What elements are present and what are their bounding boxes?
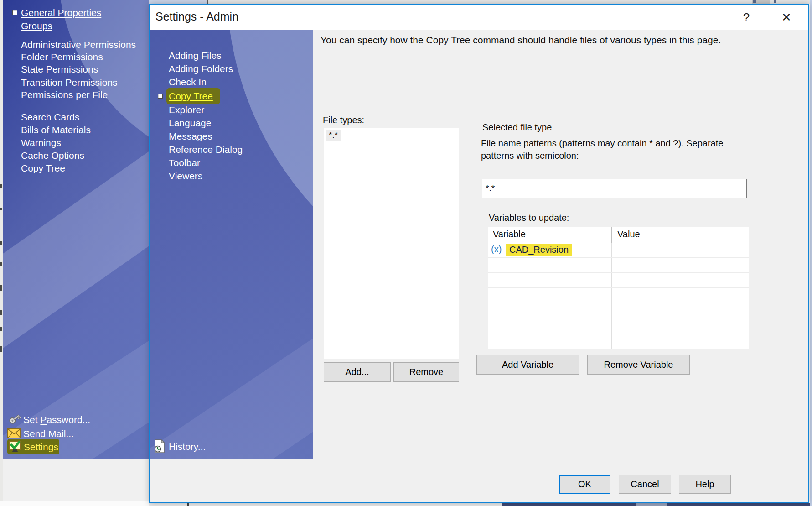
remove-variable-button[interactable]: Remove Variable	[587, 355, 690, 375]
file-type-item-selected[interactable]: *.*	[326, 130, 341, 141]
clipped-text-fragment	[0, 310, 2, 315]
sidebar-item-warnings[interactable]: Warnings	[21, 137, 61, 149]
nav-light-arc-decoration	[227, 30, 313, 313]
variables-table[interactable]: Variable Value (x) CAD_Revision	[488, 227, 749, 349]
add-file-type-button[interactable]: Add...	[324, 362, 391, 382]
sidebar-item-cache-options[interactable]: Cache Options	[21, 150, 84, 162]
history-label: History...	[169, 441, 206, 452]
sidebar-item-bills-of-materials[interactable]: Bills of Materials	[21, 124, 91, 136]
pattern-input[interactable]	[482, 179, 747, 198]
ok-button[interactable]: OK	[559, 475, 610, 494]
help-button[interactable]: Help	[679, 475, 731, 494]
dialog-titlebar: Settings - Admin ? ✕	[150, 5, 808, 30]
sidebar-item-permissions-per-file[interactable]: Permissions per File	[21, 89, 108, 101]
clipped-text-fragment	[0, 184, 2, 188]
nav-item-adding-files[interactable]: Adding Files	[169, 49, 222, 62]
group-legend: Selected file type	[480, 122, 554, 133]
variable-highlight-marker: CAD_Revision	[506, 244, 572, 256]
nav-item-copy-tree[interactable]: Copy Tree	[169, 90, 213, 102]
background-window-bottom-strip	[0, 501, 149, 506]
selected-page-bullet	[158, 94, 163, 99]
sidebar-item-search-cards[interactable]: Search Cards	[21, 111, 79, 123]
add-variable-button[interactable]: Add Variable	[476, 355, 579, 375]
sidebar-item-groups[interactable]: Groups	[21, 20, 52, 32]
clipped-text-fragment	[0, 285, 2, 291]
variables-to-update-label: Variables to update:	[489, 213, 569, 223]
cancel-button[interactable]: Cancel	[619, 475, 671, 494]
background-sidebar: General Properties Groups Administrative…	[3, 0, 149, 459]
bottom-edge-window-fragments	[149, 503, 810, 506]
column-header-value[interactable]: Value	[617, 229, 640, 240]
nav-swoosh-decoration	[150, 303, 313, 459]
settings-dialog: Settings - Admin ? ✕ Adding Files Adding…	[149, 4, 809, 503]
sidebar-item-state-permissions[interactable]: State Permissions	[21, 63, 98, 75]
column-header-variable[interactable]: Variable	[493, 229, 526, 240]
history-icon	[154, 439, 166, 453]
table-row-cad-revision[interactable]: (x) CAD_Revision	[488, 243, 749, 258]
column-divider-header	[611, 227, 612, 243]
dialog-title: Settings - Admin	[155, 10, 238, 23]
settings-check-icon	[9, 440, 21, 453]
settings-link[interactable]: Settings	[24, 441, 58, 454]
sidebar-item-folder-permissions[interactable]: Folder Permissions	[21, 51, 103, 63]
bottom-fragment-notch	[636, 503, 667, 506]
clipped-text-fragment	[0, 208, 2, 210]
top-glyph-fragment	[753, 0, 756, 3]
right-edge-window-sliver	[810, 0, 812, 506]
sidebar-item-general-properties[interactable]: General Properties	[21, 7, 101, 19]
top-fragment-tick	[207, 0, 208, 4]
file-types-listbox[interactable]: *.*	[324, 128, 459, 359]
table-row-empty[interactable]	[488, 273, 749, 288]
table-row-empty[interactable]	[488, 318, 749, 333]
clipped-text-fragment	[0, 241, 2, 245]
table-row-empty[interactable]	[488, 288, 749, 303]
key-icon	[7, 412, 22, 426]
clipped-text-fragment	[0, 346, 2, 352]
history-link[interactable]: History...	[154, 439, 245, 455]
clipped-text-fragment	[0, 327, 2, 331]
nav-item-messages[interactable]: Messages	[169, 130, 212, 142]
send-mail-link[interactable]: Send Mail...	[23, 428, 74, 440]
top-fragment	[149, 0, 208, 4]
nav-item-check-in[interactable]: Check In	[169, 76, 207, 88]
sidebar-item-transition-permissions[interactable]: Transition Permissions	[21, 77, 118, 89]
bottom-glyph-fragment	[187, 503, 189, 506]
background-window-divider	[109, 459, 109, 501]
dialog-nav-panel: Adding Files Adding Folders Check In Cop…	[150, 30, 313, 459]
table-row-empty[interactable]	[488, 333, 749, 348]
close-icon[interactable]: ✕	[777, 10, 796, 25]
background-window-footer	[3, 459, 149, 501]
file-types-label: File types:	[323, 115, 364, 125]
mail-icon	[7, 428, 21, 439]
nav-item-reference-dialog[interactable]: Reference Dialog	[169, 143, 243, 156]
nav-item-toolbar[interactable]: Toolbar	[169, 156, 200, 169]
nav-item-explorer[interactable]: Explorer	[169, 104, 204, 116]
table-row-empty[interactable]	[488, 303, 749, 318]
nav-item-language[interactable]: Language	[169, 117, 211, 129]
set-password-link[interactable]: Set Password...	[23, 413, 90, 426]
sidebar-item-administrative-permissions[interactable]: Administrative Permissions	[21, 39, 136, 51]
nav-item-viewers[interactable]: Viewers	[169, 170, 202, 182]
nav-item-adding-folders[interactable]: Adding Folders	[169, 63, 233, 75]
top-edge-window-fragments	[149, 0, 812, 4]
patterns-label: File name patterns (patterns may contain…	[481, 137, 751, 162]
variable-icon: (x)	[491, 244, 502, 255]
page-description: You can specify how the Copy Tree comman…	[321, 35, 721, 46]
clipped-text-fragment	[0, 262, 2, 266]
sidebar-item-copy-tree[interactable]: Copy Tree	[21, 162, 65, 174]
current-page-bullet	[12, 10, 17, 15]
remove-file-type-button[interactable]: Remove	[393, 362, 459, 382]
table-row-empty[interactable]	[488, 258, 749, 273]
help-icon[interactable]: ?	[737, 10, 755, 25]
top-glyph-fragment	[774, 0, 776, 3]
selected-file-type-group: Selected file type File name patterns (p…	[471, 128, 761, 380]
